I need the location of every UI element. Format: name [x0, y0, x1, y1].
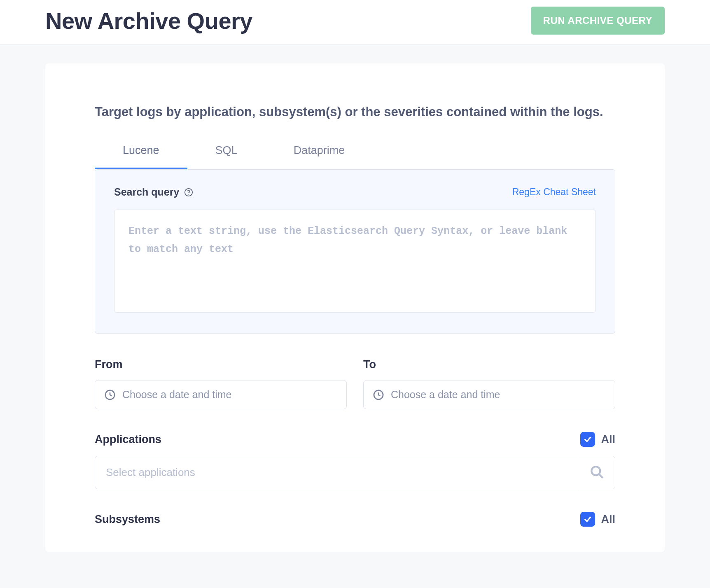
subsystems-all-wrap: All	[580, 512, 615, 527]
subsystems-header: Subsystems All	[95, 512, 615, 527]
tab-sql[interactable]: SQL	[187, 144, 266, 169]
to-input-wrap[interactable]	[363, 380, 615, 409]
tab-dataprime[interactable]: Dataprime	[266, 144, 373, 169]
search-query-label-wrap: Search query	[114, 186, 193, 198]
date-range-row: From To	[95, 358, 615, 409]
top-bar: New Archive Query RUN ARCHIVE QUERY	[0, 0, 710, 45]
help-icon[interactable]	[184, 188, 193, 197]
applications-all-label: All	[601, 433, 615, 446]
applications-header: Applications All	[95, 432, 615, 447]
svg-point-0	[185, 188, 192, 196]
applications-all-checkbox[interactable]	[580, 432, 595, 447]
tab-lucene[interactable]: Lucene	[95, 144, 187, 169]
svg-point-1	[189, 194, 189, 194]
from-label: From	[95, 358, 347, 371]
subsystems-label: Subsystems	[95, 513, 160, 526]
from-date-input[interactable]	[122, 389, 337, 401]
clock-icon	[373, 389, 384, 401]
search-query-label: Search query	[114, 186, 179, 198]
search-icon	[589, 464, 604, 481]
from-field: From	[95, 358, 347, 409]
subsystems-all-checkbox[interactable]	[580, 512, 595, 527]
to-label: To	[363, 358, 615, 371]
run-archive-query-button[interactable]: RUN ARCHIVE QUERY	[531, 7, 665, 35]
query-language-tabs: Lucene SQL Dataprime	[95, 144, 615, 169]
search-query-input[interactable]	[114, 210, 596, 313]
regex-cheat-sheet-link[interactable]: RegEx Cheat Sheet	[512, 187, 596, 198]
subsystems-all-label: All	[601, 513, 615, 526]
search-query-header: Search query RegEx Cheat Sheet	[114, 186, 596, 198]
query-card: Target logs by application, subsystem(s)…	[45, 63, 665, 552]
to-date-input[interactable]	[391, 389, 606, 401]
svg-line-5	[599, 474, 603, 478]
from-input-wrap[interactable]	[95, 380, 347, 409]
applications-search-button[interactable]	[578, 456, 615, 489]
search-query-panel: Search query RegEx Cheat Sheet	[95, 169, 615, 334]
to-field: To	[363, 358, 615, 409]
page-title: New Archive Query	[45, 7, 252, 34]
clock-icon	[104, 389, 116, 401]
applications-input[interactable]	[95, 456, 578, 489]
intro-text: Target logs by application, subsystem(s)…	[95, 105, 615, 119]
applications-label: Applications	[95, 433, 161, 446]
applications-select	[95, 456, 615, 489]
applications-all-wrap: All	[580, 432, 615, 447]
